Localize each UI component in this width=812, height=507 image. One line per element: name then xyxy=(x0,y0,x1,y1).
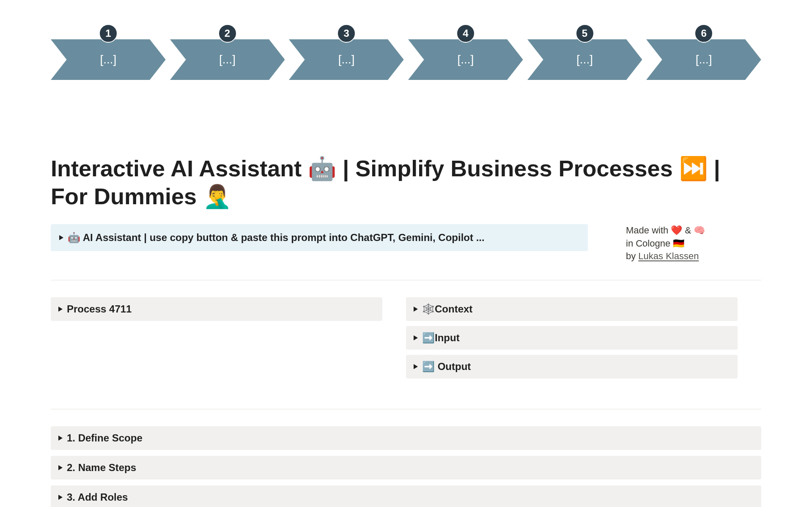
chevron-right-icon xyxy=(58,495,63,500)
divider xyxy=(51,280,761,280)
toggle-step-1[interactable]: 1. Define Scope xyxy=(51,426,761,450)
toggle-label: ➡️ Output xyxy=(422,361,471,373)
chevron-right-icon xyxy=(58,465,63,470)
chevron-right-icon xyxy=(414,364,418,369)
toggle-step-3[interactable]: 3. Add Roles xyxy=(51,485,761,507)
flow-step-1: 1 [...] xyxy=(51,39,166,80)
credits-line-1: Made with ❤️ & 🧠 xyxy=(626,224,761,237)
toggle-step-2[interactable]: 2. Name Steps xyxy=(51,456,761,480)
toggle-label: ➡️Input xyxy=(422,332,460,344)
callout-text: 🤖 AI Assistant | use copy button & paste… xyxy=(68,232,485,244)
toggle-label: Process 4711 xyxy=(67,303,132,315)
toggle-process[interactable]: Process 4711 xyxy=(51,297,382,321)
chevron-right-icon xyxy=(414,335,418,340)
flow-step-6: 6 [...] xyxy=(646,39,761,80)
toggle-label: 1. Define Scope xyxy=(67,432,143,444)
chevron-right-icon xyxy=(414,307,418,312)
toggle-input[interactable]: ➡️Input xyxy=(406,326,738,350)
ai-assistant-callout[interactable]: 🤖 AI Assistant | use copy button & paste… xyxy=(51,224,588,251)
toggle-label: 🕸️Context xyxy=(422,303,472,315)
divider xyxy=(51,409,761,409)
toggle-output[interactable]: ➡️ Output xyxy=(406,355,738,378)
flow-step-3: 3 [...] xyxy=(289,39,404,80)
toggle-label: 2. Name Steps xyxy=(67,462,136,474)
chevron-right-icon xyxy=(58,307,63,312)
flow-step-5: 5 [...] xyxy=(527,39,642,80)
credits-line-2: in Cologne 🇩🇪 xyxy=(626,237,761,250)
flow-step-4: 4 [...] xyxy=(408,39,523,80)
credits-line-3: by Lukas Klassen xyxy=(626,250,761,263)
toggle-context[interactable]: 🕸️Context xyxy=(406,297,738,321)
chevron-right-icon xyxy=(59,235,63,240)
chevron-right-icon xyxy=(58,436,63,441)
author-link[interactable]: Lukas Klassen xyxy=(638,251,699,261)
toggle-label: 3. Add Roles xyxy=(67,491,128,503)
page-title: Interactive AI Assistant 🤖 | Simplify Bu… xyxy=(51,155,761,211)
process-flow: 1 [...] 2 [...] 3 [...] 4 [...] 5 [...] … xyxy=(51,28,761,91)
flow-step-2: 2 [...] xyxy=(170,39,285,80)
steps-list: 1. Define Scope 2. Name Steps 3. Add Rol… xyxy=(51,426,761,507)
credits-block: Made with ❤️ & 🧠 in Cologne 🇩🇪 by Lukas … xyxy=(613,224,761,263)
